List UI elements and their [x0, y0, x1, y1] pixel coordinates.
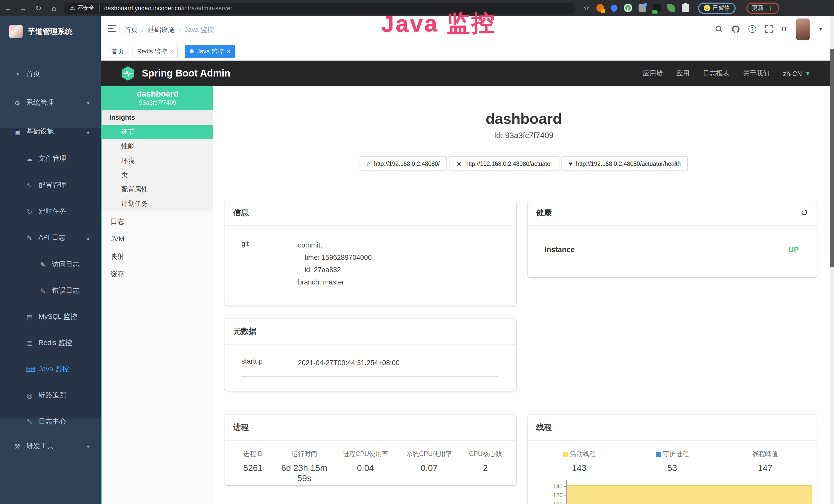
sba-item-metrics[interactable]: 性能: [102, 139, 213, 154]
sidebar-item-jobs[interactable]: ↻ 定时任务: [0, 199, 101, 224]
log-icon: ✎: [26, 418, 34, 426]
search-icon[interactable]: [715, 25, 723, 33]
row-divider: [241, 296, 498, 296]
screen: ← → ↻ ⌂ ⚠不安全 dashboard.yudao.iocoder.cn/…: [0, 0, 834, 504]
user-avatar[interactable]: [796, 18, 810, 40]
extension-icon-on-badge[interactable]: [653, 4, 660, 12]
card-title: 线程: [536, 422, 552, 432]
trace-icon: ◎: [26, 392, 34, 399]
health-instance-row[interactable]: Instance UP: [528, 226, 817, 254]
sidebar-item-api-log[interactable]: ✎ API 日志 ▴: [0, 225, 101, 251]
help-icon[interactable]: ?: [748, 25, 756, 33]
forward-icon[interactable]: →: [16, 4, 31, 12]
sba-item-caches[interactable]: 缓存: [102, 266, 213, 283]
sba-nav-wall[interactable]: 应用墙: [643, 69, 663, 78]
sidebar-item-java-monitor[interactable]: ⌨ Java 监控: [0, 357, 101, 382]
sba-item-details[interactable]: 细节: [102, 125, 213, 139]
health-url-button[interactable]: ♥ http://192.168.0.2:48080/actuator/heal…: [562, 156, 688, 171]
sba-item-logs[interactable]: 日志: [102, 213, 213, 231]
sidebar-item-label: Java 监控: [39, 365, 69, 374]
actuator-url-button[interactable]: ⚒ http://192.168.0.2:48080/actuator: [449, 156, 559, 171]
extension-icon-grid[interactable]: [638, 4, 646, 12]
chevron-down-icon: ▾: [87, 443, 89, 449]
tab-label: Java 监控: [197, 47, 224, 56]
breadcrumb-section[interactable]: 基础设施: [148, 25, 174, 35]
close-icon[interactable]: ×: [170, 48, 173, 54]
process-stats: 进程ID 5261 运行时间 6d 23h 15m 59s 进程CPU使用率 0…: [224, 441, 516, 484]
stat-value: 0.04: [332, 463, 398, 474]
sidebar-item-infra[interactable]: ▣ 基础设施 ▴: [0, 119, 101, 144]
sidebar-item-redis[interactable]: ≣ Redis 监控: [0, 330, 101, 356]
stat-live-threads: 活动线程 143: [533, 450, 626, 474]
stat-label: CPU核心数: [460, 450, 511, 459]
git-id-line: id: 27aa832: [298, 264, 498, 276]
fullscreen-icon[interactable]: [765, 25, 773, 33]
sidebar-item-config[interactable]: ✎ 配置管理: [0, 173, 101, 198]
profile-paused-badge[interactable]: ☺ 已暂停: [698, 2, 736, 14]
extension-icon-orange[interactable]: [596, 4, 604, 12]
sba-language-select[interactable]: zh-CN ▼: [783, 70, 811, 77]
extension-icon-pin[interactable]: [609, 3, 619, 13]
breadcrumb-home[interactable]: 首页: [124, 25, 138, 35]
sba-item-mappings[interactable]: 映射: [102, 248, 213, 266]
address-bar[interactable]: ⚠不安全 dashboard.yudao.iocoder.cn/infra/ad…: [64, 2, 575, 14]
sidebar-item-files[interactable]: ☁ 文件管理: [0, 146, 101, 171]
sidebar-item-system[interactable]: ⚙ 系统管理 ▾: [0, 90, 101, 116]
sba-nav-applications[interactable]: 应用: [676, 69, 690, 78]
sidebar-item-access-log[interactable]: ✎ 访问日志: [0, 252, 101, 277]
sidebar-item-label: 文件管理: [39, 154, 66, 163]
browser-menu-icon[interactable]: ⋮: [767, 4, 773, 12]
close-icon[interactable]: ×: [227, 48, 230, 54]
stat-peak-threads: 线程峰值 147: [719, 450, 812, 474]
sba-item-classes[interactable]: 类: [102, 168, 213, 182]
stat-value: 0.07: [399, 463, 460, 474]
sba-item-config-props[interactable]: 配置属性: [102, 182, 213, 197]
sba-nav-about[interactable]: 关于我们: [743, 69, 770, 78]
tools-icon: ⚒: [13, 442, 21, 450]
chrome-update-button[interactable]: 更新 ⋮: [746, 2, 779, 14]
tab-redis-monitor[interactable]: Redis 监控 ×: [133, 45, 178, 58]
sidebar-item-home[interactable]: ◔ 首页: [0, 61, 101, 87]
sidebar-item-log-center[interactable]: ✎ 日志中心: [0, 409, 101, 434]
hamburger-icon[interactable]: [108, 25, 116, 32]
reload-icon[interactable]: ↻: [31, 4, 46, 12]
warning-icon: ⚠: [70, 5, 75, 11]
app-logo-row[interactable]: 芋道管理系统: [0, 20, 101, 43]
sidebar-item-dev-tools[interactable]: ⚒ 研发工具 ▾: [0, 433, 101, 459]
tab-home[interactable]: 首页: [107, 45, 128, 58]
extension-icon-leaf[interactable]: [667, 4, 675, 12]
active-tab-dot: [190, 49, 194, 53]
history-icon[interactable]: ↺: [801, 207, 808, 218]
sidebar-item-error-log[interactable]: ✎ 错误日志: [0, 278, 101, 303]
sba-brand[interactable]: Spring Boot Admin: [142, 68, 231, 79]
y-axis-line: [566, 480, 567, 504]
sidebar-item-tracing[interactable]: ◎ 链路追踪: [0, 383, 101, 408]
font-size-icon[interactable]: tT: [781, 25, 788, 33]
sidebar-item-mysql[interactable]: ▤ MySQL 监控: [0, 304, 101, 330]
security-chip[interactable]: ⚠不安全: [70, 4, 100, 12]
service-url: http://192.168.0.2:48080/: [374, 160, 440, 167]
user-menu-caret-icon[interactable]: ▼: [818, 26, 823, 31]
sba-item-jvm[interactable]: JVM: [102, 231, 213, 248]
app-sidebar: 芋道管理系统 ◔ 首页 ⚙ 系统管理 ▾ ▣ 基础设施 ▴ ☁ 文件管理 ✎ 配…: [0, 16, 101, 504]
tab-label: 首页: [111, 47, 124, 56]
github-icon[interactable]: [731, 25, 740, 33]
stat-value: 143: [533, 463, 626, 474]
sidebar-item-label: 基础设施: [26, 127, 54, 136]
sba-item-environment[interactable]: 环境: [102, 154, 213, 168]
tab-java-monitor[interactable]: Java 监控 ×: [185, 45, 235, 58]
sba-navbar: Spring Boot Admin 应用墙 应用 日志报表 关于我们 zh-CN…: [101, 61, 834, 86]
stat-cpu-cores: CPU核心数 2: [460, 450, 511, 484]
url-text: dashboard.yudao.iocoder.cn/infra/admin-s…: [104, 5, 233, 11]
service-url-button[interactable]: ⌂ http://192.168.0.2:48080/: [359, 156, 447, 171]
sidebar-item-label: 系统管理: [26, 98, 54, 107]
extensions-puzzle-icon[interactable]: [681, 4, 689, 12]
bookmark-star-icon[interactable]: ☆: [584, 4, 590, 12]
instance-header[interactable]: dashboard 93a3fc7f7409: [102, 86, 213, 110]
home-icon[interactable]: ⌂: [46, 4, 62, 12]
sba-item-scheduled-tasks[interactable]: 计划任务: [102, 197, 213, 211]
extension-icon-y[interactable]: [624, 4, 632, 12]
back-icon[interactable]: ←: [0, 4, 16, 12]
sba-nav-journal[interactable]: 日志报表: [703, 69, 730, 78]
page-scrollbar-thumb[interactable]: [830, 49, 834, 267]
